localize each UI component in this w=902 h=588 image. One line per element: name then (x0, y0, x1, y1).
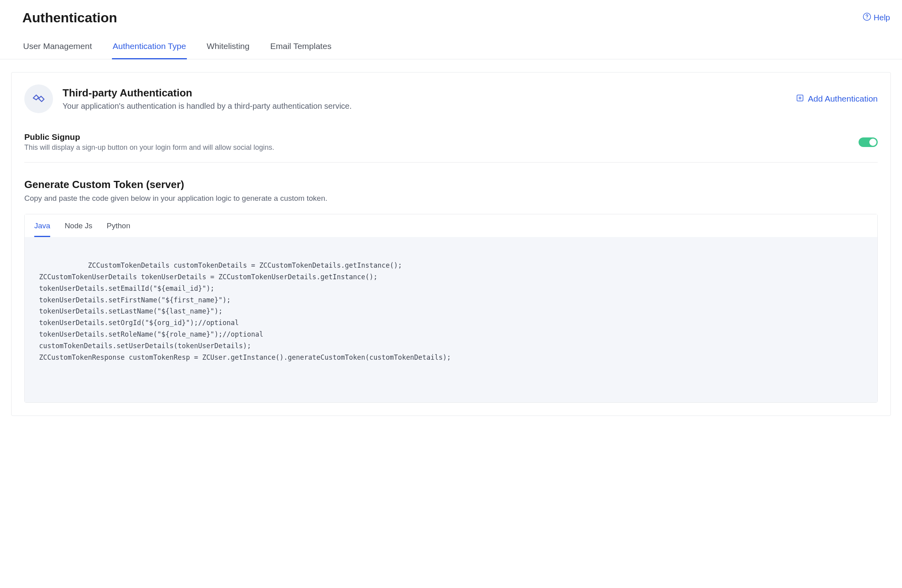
page-title: Authentication (22, 10, 117, 25)
help-icon (863, 12, 871, 23)
public-signup-title: Public Signup (24, 132, 274, 142)
tab-whitelisting[interactable]: Whitelisting (206, 41, 250, 59)
auth-card: Third-party Authentication Your applicat… (11, 72, 891, 416)
page-header: Authentication Help (0, 0, 902, 41)
third-party-auth-description: Your application's authentication is han… (63, 102, 352, 111)
third-party-auth-title: Third-party Authentication (63, 87, 352, 99)
third-party-auth-icon-wrap (24, 84, 53, 113)
main-tabs: User Management Authentication Type Whit… (0, 41, 902, 59)
copy-code-button[interactable] (857, 382, 866, 391)
generate-custom-token-section: Generate Custom Token (server) Copy and … (24, 178, 878, 403)
code-content: ZCCustomTokenDetails customTokenDetails … (39, 261, 451, 361)
generate-custom-token-title: Generate Custom Token (server) (24, 178, 878, 191)
code-tab-nodejs[interactable]: Node Js (65, 221, 92, 237)
code-body: ZCCustomTokenDetails customTokenDetails … (25, 237, 877, 402)
authentication-page: Authentication Help User Management Auth… (0, 0, 902, 588)
code-language-tabs: Java Node Js Python (25, 214, 877, 237)
svg-point-1 (867, 18, 867, 19)
third-party-auth-info: Third-party Authentication Your applicat… (24, 84, 352, 113)
code-box: Java Node Js Python ZCCustomTokenDetails… (24, 214, 878, 403)
public-signup-text: Public Signup This will display a sign-u… (24, 132, 274, 152)
add-authentication-label: Add Authentication (808, 94, 878, 104)
add-authentication-button[interactable]: Add Authentication (796, 94, 878, 104)
link-chain-icon (31, 91, 46, 107)
tab-authentication-type[interactable]: Authentication Type (112, 41, 187, 59)
tab-email-templates[interactable]: Email Templates (269, 41, 332, 59)
plus-square-icon (796, 94, 804, 104)
code-tab-java[interactable]: Java (34, 221, 50, 237)
public-signup-row: Public Signup This will display a sign-u… (24, 132, 878, 163)
help-label: Help (874, 13, 890, 22)
public-signup-toggle[interactable] (859, 137, 878, 147)
third-party-auth-row: Third-party Authentication Your applicat… (24, 84, 878, 113)
generate-custom-token-description: Copy and paste the code given below in y… (24, 194, 878, 203)
third-party-auth-text: Third-party Authentication Your applicat… (63, 87, 352, 111)
help-link[interactable]: Help (863, 12, 894, 23)
public-signup-description: This will display a sign-up button on yo… (24, 143, 274, 152)
tab-user-management[interactable]: User Management (22, 41, 93, 59)
code-tab-python[interactable]: Python (107, 221, 130, 237)
card-wrap: Third-party Authentication Your applicat… (0, 59, 902, 416)
